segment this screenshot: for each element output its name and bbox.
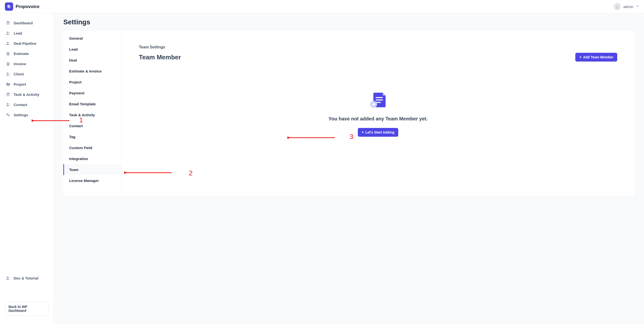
- subnav-item-project[interactable]: Project: [63, 77, 122, 88]
- subnav-item-email-template[interactable]: Email Template: [63, 99, 122, 110]
- subnav-item-task-activity[interactable]: Task & Activity: [63, 110, 122, 120]
- subnav-item-license-manager[interactable]: License Manager: [63, 175, 122, 186]
- users-icon: [6, 41, 10, 45]
- page-title: Settings: [63, 18, 634, 26]
- sidebar-item-label: Doc & Tutorial: [14, 276, 38, 280]
- user-menu[interactable]: admin: [614, 3, 639, 10]
- subnav-item-contact[interactable]: Contact: [63, 120, 122, 131]
- layers-icon: [6, 21, 10, 25]
- sidebar-item-project[interactable]: Project: [0, 79, 53, 89]
- topbar: Propovoice admin: [0, 0, 644, 13]
- section-label: Team Settings: [139, 45, 617, 49]
- clipboard-icon: [6, 51, 10, 56]
- svg-point-16: [8, 73, 10, 74]
- svg-rect-14: [7, 64, 9, 65]
- subnav-item-lead[interactable]: Lead: [63, 44, 122, 55]
- sidebar-item-label: Settings: [14, 113, 28, 117]
- sidebar-item-settings[interactable]: Settings: [0, 110, 53, 120]
- sidebar-item-label: Dashboard: [14, 21, 33, 25]
- chevron-down-icon: [636, 4, 639, 9]
- sidebar-item-doc-tutorial[interactable]: Doc & Tutorial: [0, 273, 53, 283]
- subnav-item-estimate-invoice[interactable]: Estimate & Invoice: [63, 66, 122, 77]
- add-team-member-button[interactable]: + Add Team Member: [575, 53, 617, 62]
- avatar-icon: [614, 3, 621, 10]
- sidebar-item-label: Invoice: [14, 62, 26, 66]
- sidebar-item-deal-pipeline[interactable]: Deal Pipeline: [0, 38, 53, 48]
- svg-rect-11: [7, 62, 10, 66]
- sidebar-item-contact[interactable]: Contact: [0, 100, 53, 110]
- svg-rect-12: [7, 62, 9, 63]
- sidebar-item-label: Lead: [14, 31, 22, 35]
- sidebar-item-estimate[interactable]: Estimate: [0, 48, 53, 59]
- lets-start-adding-label: Let's Start Adding: [365, 130, 394, 134]
- lets-start-adding-button[interactable]: + Let's Start Adding: [358, 128, 398, 137]
- content-area: Settings GeneralLeadDealEstimate & Invoi…: [54, 13, 644, 324]
- users-icon: [6, 102, 10, 107]
- add-team-member-label: Add Team Member: [583, 55, 613, 59]
- sidebar-item-label: Task & Activity: [14, 92, 40, 97]
- subnav-item-general[interactable]: General: [63, 33, 122, 44]
- svg-point-4: [8, 32, 10, 33]
- clipboard-icon: [6, 62, 10, 66]
- svg-rect-26: [372, 104, 375, 105]
- svg-rect-1: [8, 5, 10, 8]
- svg-point-3: [7, 32, 8, 33]
- sidebar-item-task-activity[interactable]: Task & Activity: [0, 89, 53, 100]
- users-icon: [6, 276, 10, 280]
- svg-rect-22: [376, 100, 383, 100]
- svg-point-5: [7, 42, 8, 43]
- sidebar-item-client[interactable]: Client: [0, 69, 53, 79]
- subnav-item-payment[interactable]: Payment: [63, 88, 122, 99]
- users-icon: [6, 31, 10, 35]
- folder-icon: [6, 82, 10, 86]
- empty-state-icon: [368, 91, 388, 110]
- svg-point-20: [8, 277, 10, 278]
- empty-state: You have not added any Team Member yet. …: [139, 69, 617, 137]
- subnav-item-deal[interactable]: Deal: [63, 55, 122, 66]
- settings-detail: Team Settings Team Member + Add Team Mem…: [122, 30, 634, 196]
- plus-icon: +: [579, 55, 582, 59]
- gear-icon: [6, 113, 10, 117]
- svg-rect-10: [7, 54, 9, 54]
- brand-logo-icon: [5, 2, 13, 11]
- layers-icon: [6, 92, 10, 97]
- brand-name: Propovoice: [16, 4, 40, 9]
- sidebar: DashboardLeadDeal PipelineEstimateInvoic…: [0, 13, 54, 324]
- subnav-item-team[interactable]: Team: [63, 164, 122, 175]
- svg-rect-13: [7, 63, 9, 64]
- sidebar-item-label: Deal Pipeline: [14, 41, 36, 45]
- svg-point-18: [8, 104, 10, 105]
- users-icon: [6, 72, 10, 76]
- sidebar-item-label: Client: [14, 72, 24, 76]
- sidebar-item-label: Project: [14, 82, 26, 86]
- svg-rect-21: [376, 97, 383, 98]
- sidebar-item-lead[interactable]: Lead: [0, 28, 53, 38]
- section-title: Team Member: [139, 53, 181, 61]
- svg-point-6: [8, 42, 10, 43]
- svg-rect-8: [7, 52, 9, 52]
- svg-point-19: [7, 277, 8, 278]
- svg-point-17: [7, 103, 8, 105]
- sidebar-item-label: Estimate: [14, 52, 29, 56]
- subnav-item-custom-field[interactable]: Custom Field: [63, 142, 122, 153]
- subnav-item-integration[interactable]: Integration: [63, 153, 122, 164]
- settings-subnav: GeneralLeadDealEstimate & InvoiceProject…: [63, 30, 122, 196]
- svg-point-2: [616, 5, 618, 6]
- user-name: admin: [623, 5, 633, 9]
- settings-panel: GeneralLeadDealEstimate & InvoiceProject…: [63, 30, 634, 196]
- svg-point-15: [7, 72, 8, 74]
- plus-icon: +: [362, 130, 364, 134]
- empty-state-text: You have not added any Team Member yet.: [328, 116, 428, 122]
- svg-rect-7: [7, 52, 10, 55]
- sidebar-item-dashboard[interactable]: Dashboard: [0, 18, 53, 28]
- sidebar-item-invoice[interactable]: Invoice: [0, 59, 53, 69]
- svg-rect-9: [7, 53, 9, 54]
- sidebar-item-label: Contact: [14, 103, 27, 107]
- subnav-item-tag[interactable]: Tag: [63, 131, 122, 142]
- back-to-wp-button[interactable]: Back to WP Dashboard: [5, 302, 48, 316]
- brand[interactable]: Propovoice: [5, 2, 40, 11]
